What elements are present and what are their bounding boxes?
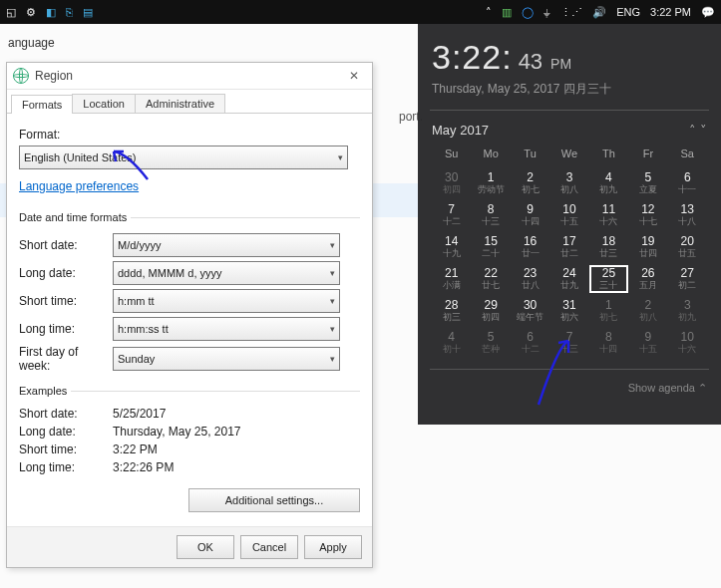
calendar-day[interactable]: 2初七	[511, 169, 549, 197]
calendar-day[interactable]: 30初四	[432, 169, 471, 197]
calendar-day[interactable]: 7十三	[549, 329, 588, 357]
battery-icon[interactable]: ▥	[502, 6, 512, 19]
calendar-day[interactable]: 17廿二	[549, 233, 588, 261]
calendar-day[interactable]: 30端午节	[511, 297, 549, 325]
day-number: 2	[645, 298, 652, 312]
divider	[430, 110, 709, 111]
day-alt-label: 廿八	[511, 279, 549, 291]
app-icon-1[interactable]: ◧	[46, 6, 56, 19]
ex-long-date-value: Thursday, May 25, 2017	[113, 425, 241, 439]
long-time-label: Long time:	[19, 322, 113, 336]
day-alt-label: 初九	[589, 183, 628, 195]
calendar-day[interactable]: 26五月	[628, 265, 667, 293]
additional-settings-button[interactable]: Additional settings...	[188, 488, 360, 512]
day-number: 13	[681, 202, 694, 216]
calendar-day[interactable]: 4初十	[432, 329, 471, 357]
gear-icon[interactable]: ⚙	[26, 6, 36, 19]
day-number: 16	[524, 234, 537, 248]
long-time-select[interactable]: h:mm:ss tt▾	[113, 317, 340, 341]
fdow-select[interactable]: Sunday▾	[113, 347, 340, 371]
day-number: 30	[445, 170, 458, 184]
calendar-day[interactable]: 5立夏	[628, 169, 667, 197]
calendar-day[interactable]: 9十四	[511, 201, 549, 229]
calendar-day[interactable]: 5芒种	[471, 329, 510, 357]
calendar-day[interactable]: 6十一	[668, 169, 707, 197]
calendar-day[interactable]: 6十二	[511, 329, 549, 357]
examples-group: Examples Short date:5/25/2017 Long date:…	[19, 385, 360, 478]
app-circle-icon[interactable]: ◯	[522, 6, 534, 19]
wifi-icon[interactable]: ⋮⋰	[560, 6, 582, 19]
tab-location[interactable]: Location	[72, 94, 136, 113]
calendar-day[interactable]: 22廿七	[471, 265, 510, 293]
ime-indicator[interactable]: ENG	[616, 6, 640, 18]
month-label[interactable]: May 2017	[432, 123, 489, 138]
day-alt-label: 小满	[432, 279, 471, 291]
region-dialog: Region ✕ Formats Location Administrative…	[6, 62, 373, 568]
calendar-day[interactable]: 10十五	[549, 201, 588, 229]
tab-formats[interactable]: Formats	[11, 95, 73, 114]
close-button[interactable]: ✕	[342, 66, 366, 86]
apply-button[interactable]: Apply	[304, 535, 362, 559]
cancel-button[interactable]: Cancel	[240, 535, 298, 559]
short-date-select[interactable]: M/d/yyyy▾	[113, 233, 340, 257]
day-alt-label: 廿五	[668, 247, 707, 259]
day-number: 11	[602, 202, 615, 216]
short-time-select[interactable]: h:mm tt▾	[113, 289, 340, 313]
network-icon[interactable]: ⏚	[543, 6, 550, 18]
app-icon-2[interactable]: ⎘	[66, 6, 73, 18]
calendar-day[interactable]: 3初八	[549, 169, 588, 197]
day-number: 7	[566, 330, 573, 344]
ex-short-time-label: Short time:	[19, 442, 113, 456]
calendar-day[interactable]: 19廿四	[628, 233, 667, 261]
dow-header: Tu	[511, 144, 549, 163]
calendar-day[interactable]: 2初八	[628, 297, 667, 325]
calendar-day[interactable]: 7十二	[432, 201, 471, 229]
calendar-day[interactable]: 21小满	[432, 265, 471, 293]
calendar-day[interactable]: 15二十	[471, 233, 510, 261]
volume-icon[interactable]: 🔊	[592, 6, 606, 19]
calendar-day[interactable]: 14十九	[432, 233, 471, 261]
calendar-day[interactable]: 28初三	[432, 297, 471, 325]
action-center-icon[interactable]: 💬	[701, 6, 715, 19]
calendar-day[interactable]: 25三十	[589, 265, 628, 293]
calendar-day[interactable]: 1劳动节	[471, 169, 510, 197]
ex-long-time-label: Long time:	[19, 460, 113, 474]
calendar-day[interactable]: 10十六	[668, 329, 707, 357]
day-alt-label: 初十	[432, 343, 471, 355]
calendar-day[interactable]: 31初六	[549, 297, 588, 325]
next-month-button[interactable]: ˅	[700, 123, 707, 138]
show-agenda-toggle[interactable]: Show agenda ⌃	[432, 382, 707, 395]
prev-month-button[interactable]: ˄	[689, 123, 696, 138]
clock-flyout: 3:22:43 PM Thursday, May 25, 2017 四月三十 M…	[418, 24, 721, 425]
tray-chevron-icon[interactable]: ˄	[486, 6, 492, 19]
taskbar-clock[interactable]: 3:22 PM	[650, 6, 691, 18]
tab-administrative[interactable]: Administrative	[135, 94, 225, 113]
calendar-day[interactable]: 16廿一	[511, 233, 549, 261]
start-icon[interactable]: ◱	[6, 6, 16, 19]
calendar-day[interactable]: 24廿九	[549, 265, 588, 293]
day-alt-label: 初二	[668, 279, 707, 291]
short-time-label: Short time:	[19, 294, 113, 308]
calendar-day[interactable]: 13十八	[668, 201, 707, 229]
calendar-day[interactable]: 27初二	[668, 265, 707, 293]
calendar-day[interactable]: 11十六	[589, 201, 628, 229]
calendar-day[interactable]: 1初七	[589, 297, 628, 325]
format-select[interactable]: English (United States) ▾	[19, 146, 348, 169]
calendar-day[interactable]: 4初九	[589, 169, 628, 197]
day-number: 6	[684, 170, 691, 184]
calendar-day[interactable]: 29初四	[471, 297, 510, 325]
calendar-day[interactable]: 18廿三	[589, 233, 628, 261]
taskbar: ◱ ⚙ ◧ ⎘ ▤ ˄ ▥ ◯ ⏚ ⋮⋰ 🔊 ENG 3:22 PM 💬	[0, 0, 721, 24]
app-icon-3[interactable]: ▤	[83, 6, 93, 19]
calendar-day[interactable]: 12十七	[628, 201, 667, 229]
calendar-day[interactable]: 23廿八	[511, 265, 549, 293]
calendar-day[interactable]: 9十五	[628, 329, 667, 357]
calendar-day[interactable]: 20廿五	[668, 233, 707, 261]
calendar-day[interactable]: 8十四	[589, 329, 628, 357]
chevron-down-icon: ▾	[330, 354, 335, 364]
calendar-day[interactable]: 8十三	[471, 201, 510, 229]
calendar-day[interactable]: 3初九	[668, 297, 707, 325]
long-date-select[interactable]: dddd, MMMM d, yyyy▾	[113, 261, 340, 285]
language-preferences-link[interactable]: Language preferences	[19, 179, 139, 193]
ok-button[interactable]: OK	[177, 535, 234, 559]
